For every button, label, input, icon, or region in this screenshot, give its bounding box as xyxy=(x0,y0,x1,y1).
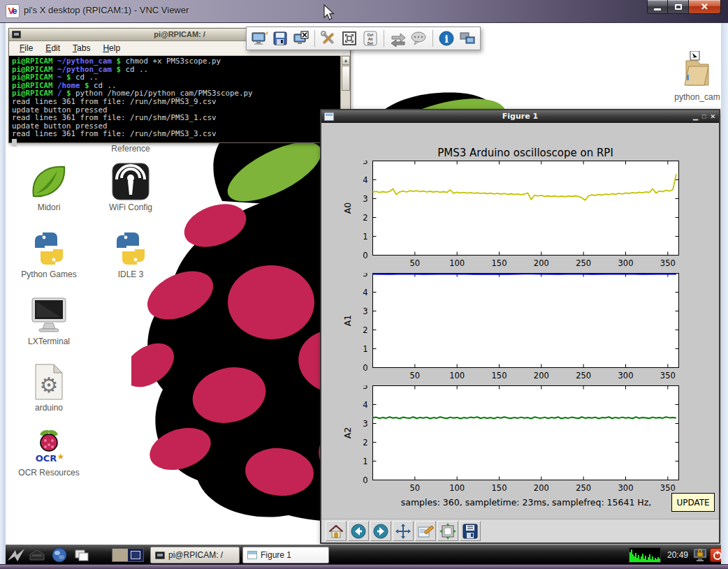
svg-text:200: 200 xyxy=(534,258,549,268)
fullscreen-button[interactable] xyxy=(340,29,359,48)
desktop-icon-python-cam-folder[interactable]: python_cam xyxy=(665,51,721,102)
clock: 20:49 xyxy=(667,550,688,560)
taskbar-task-figure[interactable]: Figure 1 xyxy=(242,547,329,563)
taskbar-task-terminal[interactable]: pi@RPICAM: / xyxy=(150,547,240,563)
connections-button[interactable] xyxy=(458,29,476,48)
svg-text:350: 350 xyxy=(660,483,676,493)
svg-text:150: 150 xyxy=(492,371,507,380)
scrollbar-thumb[interactable] xyxy=(342,66,350,91)
svg-text:200: 200 xyxy=(534,483,549,493)
python-logo-icon xyxy=(17,228,81,269)
svg-text:⚙: ⚙ xyxy=(40,374,59,397)
ctrl-alt-del-button[interactable]: CtrlAltDel xyxy=(361,29,380,48)
icon-label: python_cam xyxy=(665,93,721,102)
desktop-pager[interactable] xyxy=(112,548,144,562)
maximize-button[interactable] xyxy=(668,0,689,14)
close-button[interactable]: ✕ xyxy=(689,0,721,14)
icon-label: Midori xyxy=(17,203,81,212)
task-label: Figure 1 xyxy=(261,550,291,560)
svg-text:350: 350 xyxy=(660,258,676,268)
figure-maximize-button[interactable]: □ xyxy=(702,114,706,120)
zoom-button[interactable] xyxy=(415,521,436,541)
subplot-a0: 01234550100150200250300350A0 xyxy=(341,161,685,274)
home-button[interactable] xyxy=(326,521,347,541)
save-button[interactable] xyxy=(460,521,481,541)
menu-tabs[interactable]: Tabs xyxy=(66,43,96,53)
forward-button[interactable] xyxy=(370,521,391,541)
lxde-menu-button[interactable] xyxy=(7,547,25,563)
menu-help[interactable]: Help xyxy=(96,43,126,53)
web-browser-button[interactable] xyxy=(50,547,68,563)
svg-text:5: 5 xyxy=(363,161,367,166)
mouse-cursor xyxy=(323,4,338,21)
svg-text:300: 300 xyxy=(618,371,634,380)
menu-file[interactable]: File xyxy=(13,43,39,53)
iconify-windows-button[interactable] xyxy=(73,547,91,563)
lock-screen-button[interactable] xyxy=(692,547,708,563)
midori-leaf-icon xyxy=(17,161,81,202)
vnc-titlebar[interactable]: Ve pi's X desktop (RPICAM:1) - VNC Viewe… xyxy=(0,0,728,23)
minimize-button[interactable] xyxy=(647,0,668,14)
figure-titlebar[interactable]: Figure 1 ▁ □ ✕ xyxy=(321,110,719,123)
svg-text:350: 350 xyxy=(660,371,676,380)
desktop-icon-arduino[interactable]: ⚙ arduino xyxy=(17,362,81,413)
pan-button[interactable] xyxy=(393,521,414,541)
pager-desktop-2[interactable] xyxy=(128,549,143,561)
desktop-icon-lxterminal[interactable]: LXTerminal xyxy=(17,295,81,346)
wifi-config-icon xyxy=(99,161,163,202)
svg-text:2: 2 xyxy=(363,325,367,335)
svg-text:4: 4 xyxy=(363,400,367,410)
shutdown-button[interactable] xyxy=(710,548,721,562)
figure-close-button[interactable]: ✕ xyxy=(710,114,715,120)
back-button[interactable] xyxy=(348,521,369,541)
svg-text:250: 250 xyxy=(576,371,591,380)
svg-text:3: 3 xyxy=(363,306,367,316)
icon-label: Python Games xyxy=(17,270,81,279)
python-logo-icon xyxy=(99,228,163,269)
svg-text:A1: A1 xyxy=(342,315,353,327)
file-manager-button[interactable] xyxy=(28,547,46,563)
svg-text:0: 0 xyxy=(363,475,367,485)
svg-text:50: 50 xyxy=(410,371,421,380)
options-button[interactable] xyxy=(319,29,338,48)
desktop-icon-midori[interactable]: Midori xyxy=(17,161,81,212)
desktop-icon-idle3[interactable]: IDLE 3 xyxy=(99,228,163,279)
chat-button[interactable] xyxy=(409,29,428,48)
save-connection-button[interactable] xyxy=(271,29,290,48)
matplotlib-toolbar xyxy=(321,519,719,542)
desktop-icon-ocr-resources[interactable]: OCR ★ OCR Resources xyxy=(17,427,81,478)
session-info-button[interactable]: i xyxy=(437,29,456,48)
ocr-raspberry-icon: OCR ★ xyxy=(17,427,81,467)
desktop-icon-python-games[interactable]: Python Games xyxy=(17,228,81,279)
svg-text:5: 5 xyxy=(363,385,367,391)
configure-subplots-button[interactable] xyxy=(437,521,458,541)
update-button[interactable]: UPDATE xyxy=(671,493,715,512)
script-file-icon: ⚙ xyxy=(17,362,81,402)
scroll-up-arrow[interactable]: ▲ xyxy=(342,56,350,65)
svg-text:4: 4 xyxy=(363,288,367,297)
menu-edit[interactable]: Edit xyxy=(39,43,66,53)
new-connection-button[interactable]: ✦ xyxy=(250,29,269,48)
pager-desktop-1[interactable] xyxy=(112,549,128,561)
svg-text:300: 300 xyxy=(618,258,634,268)
desktop-icon-wifi-config[interactable]: WiFi Config xyxy=(99,161,163,212)
terminal-body[interactable]: pi@RPICAM ~/python_cam $ chmod +x PMS3sc… xyxy=(9,56,350,142)
svg-text:i: i xyxy=(444,33,449,45)
monitor-icon xyxy=(17,295,81,336)
figure-minimize-button[interactable]: ▁ xyxy=(693,114,698,120)
figure-window: Figure 1 ▁ □ ✕ PMS3 Arduino oscilloscope… xyxy=(320,109,720,544)
figure-canvas: PMS3 Arduino oscilloscope on RPI 0123455… xyxy=(321,123,719,519)
svg-text:OCR: OCR xyxy=(36,453,57,464)
task-label: pi@RPICAM: / xyxy=(168,550,223,560)
cpu-monitor[interactable] xyxy=(629,547,661,563)
svg-text:0: 0 xyxy=(363,363,367,373)
folder-icon xyxy=(665,51,721,91)
toolbar-separator xyxy=(384,30,384,47)
remote-desktop: Reference Midori WiFi Con xyxy=(6,23,721,564)
svg-text:3: 3 xyxy=(363,194,367,204)
file-transfer-button[interactable] xyxy=(388,29,407,48)
taskbar: pi@RPICAM: / Figure 1 20:49 xyxy=(6,545,721,564)
close-connection-button[interactable] xyxy=(291,29,310,48)
icon-label: OCR Resources xyxy=(17,468,81,478)
svg-text:250: 250 xyxy=(576,258,591,268)
